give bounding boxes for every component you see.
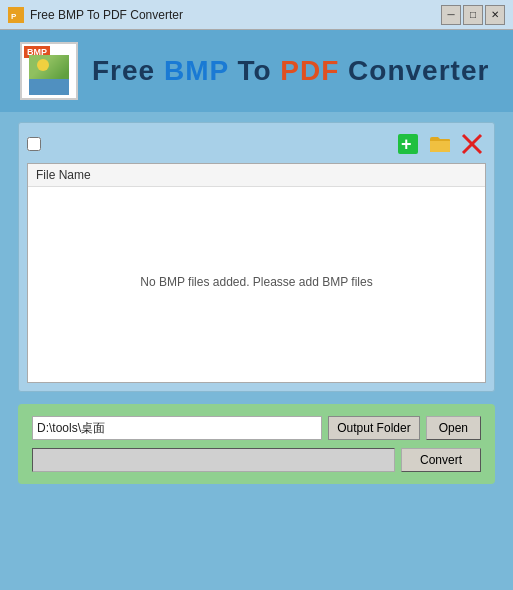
output-path-input[interactable] — [32, 416, 322, 440]
window-title: Free BMP To PDF Converter — [30, 8, 183, 22]
empty-message: No BMP files added. Pleasse add BMP file… — [140, 275, 372, 289]
title-bar: P Free BMP To PDF Converter ─ □ ✕ — [0, 0, 513, 30]
minimize-button[interactable]: ─ — [441, 5, 461, 25]
logo-sun — [37, 59, 49, 71]
output-folder-button[interactable]: Output Folder — [328, 416, 419, 440]
delete-button[interactable] — [458, 131, 486, 157]
add-icon: + — [397, 133, 419, 155]
open-folder-button[interactable] — [426, 131, 454, 157]
open-button[interactable]: Open — [426, 416, 481, 440]
title-free: Free — [92, 55, 164, 86]
maximize-button[interactable]: □ — [463, 5, 483, 25]
svg-text:+: + — [401, 134, 412, 154]
delete-icon — [461, 133, 483, 155]
close-button[interactable]: ✕ — [485, 5, 505, 25]
app-header: BMP Free BMP To PDF Converter — [0, 30, 513, 112]
title-rest: Converter — [339, 55, 489, 86]
title-bar-left: P Free BMP To PDF Converter — [8, 7, 183, 23]
bottom-panel: Output Folder Open Convert — [18, 404, 495, 484]
folder-icon — [429, 134, 451, 154]
file-list-actions: + — [394, 131, 486, 157]
file-list-box: File Name No BMP files added. Pleasse ad… — [27, 163, 486, 383]
file-list-header: File Name — [28, 164, 485, 187]
app-icon: P — [8, 7, 24, 23]
title-pdf: PDF — [280, 55, 339, 86]
title-bmp: BMP — [164, 55, 229, 86]
content-area: + — [0, 112, 513, 590]
convert-button[interactable]: Convert — [401, 448, 481, 472]
checkbox-area — [27, 137, 41, 151]
file-list-empty: No BMP files added. Pleasse add BMP file… — [28, 187, 485, 377]
logo-outer: BMP — [20, 42, 78, 100]
file-list-panel: + — [18, 122, 495, 392]
column-filename: File Name — [36, 168, 91, 182]
bottom-row2: Convert — [32, 448, 481, 472]
app-logo: BMP — [20, 42, 78, 100]
progress-bar — [32, 448, 395, 472]
bottom-row1: Output Folder Open — [32, 416, 481, 440]
select-all-checkbox[interactable] — [27, 137, 41, 151]
svg-text:P: P — [11, 12, 17, 21]
app-title: Free BMP To PDF Converter — [92, 55, 489, 87]
title-to: To — [229, 55, 281, 86]
add-files-button[interactable]: + — [394, 131, 422, 157]
window-body: BMP Free BMP To PDF Converter — [0, 30, 513, 590]
file-list-toolbar: + — [27, 131, 486, 157]
logo-image-area — [29, 55, 69, 95]
title-bar-controls: ─ □ ✕ — [441, 5, 505, 25]
